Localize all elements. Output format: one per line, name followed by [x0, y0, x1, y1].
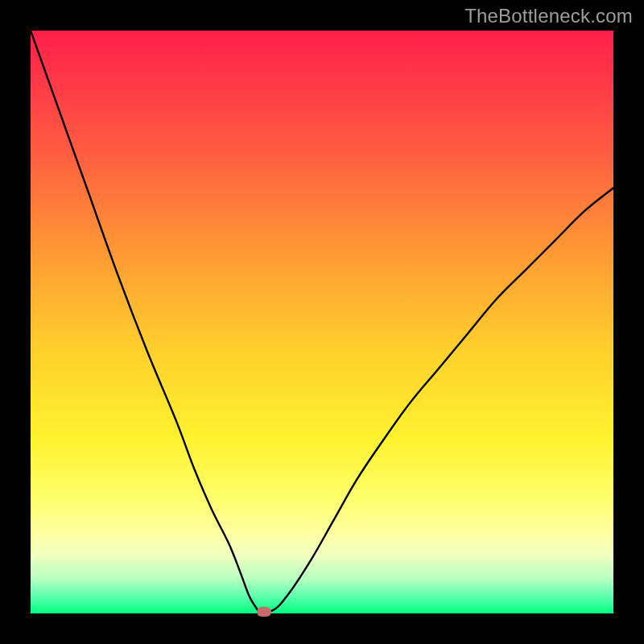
optimum-dot [257, 607, 271, 617]
chart-frame: TheBottleneck.com [0, 0, 644, 644]
curve-layer [31, 31, 613, 613]
curve-right-path [258, 188, 613, 611]
watermark-text: TheBottleneck.com [464, 5, 633, 27]
chart-plot-area [31, 31, 613, 613]
curve-left-path [31, 31, 258, 610]
